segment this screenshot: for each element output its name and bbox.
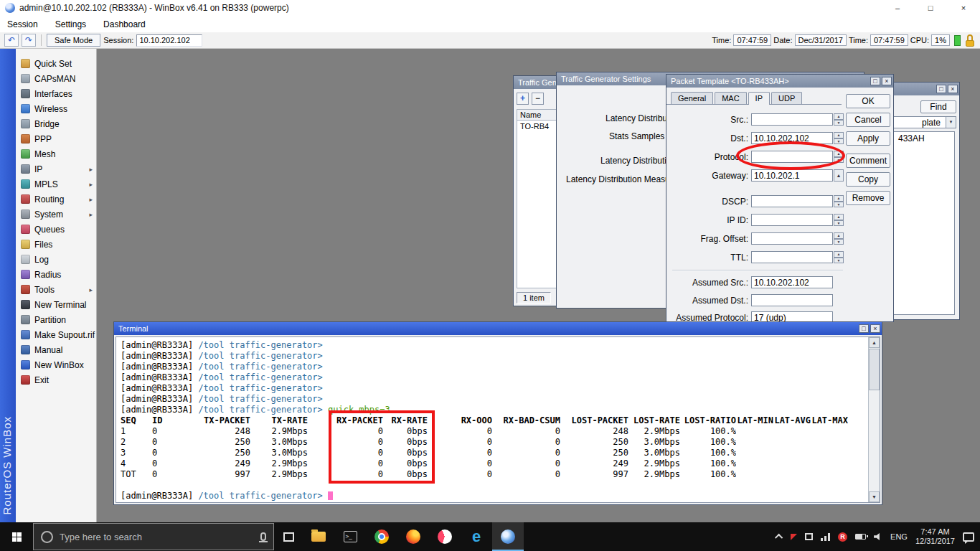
- sidebar-item-new-winbox[interactable]: New WinBox: [16, 357, 96, 372]
- ip-id-label: IP ID:: [668, 215, 748, 225]
- undo-icon[interactable]: ↶: [4, 34, 19, 47]
- copy-button[interactable]: Copy: [846, 172, 890, 187]
- menu-settings[interactable]: Settings: [55, 19, 86, 29]
- start-button[interactable]: [0, 522, 33, 551]
- dst-spinner[interactable]: ▲▼: [834, 132, 844, 144]
- tab-mac[interactable]: MAC: [715, 92, 746, 104]
- window-close-icon[interactable]: ×: [870, 324, 880, 333]
- ttl-spinner[interactable]: ▲▼: [834, 251, 844, 263]
- sidebar-item-wireless[interactable]: Wireless: [16, 101, 96, 116]
- sidebar-item-exit[interactable]: Exit: [16, 372, 96, 387]
- sidebar-item-files[interactable]: Files: [16, 237, 96, 252]
- ip-id-input[interactable]: [751, 214, 833, 226]
- edge-button[interactable]: e: [461, 522, 492, 551]
- sidebar-item-ip[interactable]: IP: [16, 161, 96, 176]
- window-maximize-icon[interactable]: □: [859, 324, 869, 333]
- tab-udp[interactable]: UDP: [771, 92, 802, 104]
- add-button[interactable]: +: [517, 93, 529, 105]
- sidebar-item-tools[interactable]: Tools: [16, 282, 96, 297]
- sidebar-item-new-terminal[interactable]: New Terminal: [16, 297, 96, 312]
- comment-button[interactable]: Comment: [846, 154, 890, 168]
- sidebar-item-quick-set[interactable]: Quick Set: [16, 56, 96, 71]
- window-maximize-icon[interactable]: □: [870, 77, 880, 85]
- os-titlebar[interactable]: admin@10.10.202.102 (RB333A) - WinBox v6…: [0, 0, 980, 16]
- find-button[interactable]: Find: [920, 100, 956, 113]
- sidebar-item-bridge[interactable]: Bridge: [16, 116, 96, 131]
- protocol-highlight-ellipse: [736, 141, 845, 170]
- safe-mode-button[interactable]: Safe Mode: [47, 34, 100, 47]
- speaker-icon[interactable]: [874, 532, 882, 541]
- language-indicator[interactable]: ENG: [890, 532, 908, 541]
- sidebar-item-log[interactable]: Log: [16, 252, 96, 267]
- sidebar-item-routing[interactable]: Routing: [16, 192, 96, 207]
- minimize-button[interactable]: –: [881, 0, 914, 16]
- window-close-icon[interactable]: ×: [948, 85, 958, 93]
- sidebar-item-radius[interactable]: Radius: [16, 267, 96, 282]
- src-spinner[interactable]: ▲▼: [834, 113, 844, 126]
- terminal-titlebar[interactable]: Terminal □ ×: [114, 322, 882, 335]
- task-view-button[interactable]: [274, 522, 303, 551]
- sidebar-item-partition[interactable]: Partition: [16, 312, 96, 327]
- tray-box-icon[interactable]: [805, 533, 813, 540]
- ip-id-spinner[interactable]: ▲▼: [834, 214, 844, 226]
- notification-flag-icon[interactable]: [791, 534, 797, 540]
- sidebar-item-manual[interactable]: Manual: [16, 342, 96, 357]
- redo-icon[interactable]: ↷: [22, 34, 36, 47]
- ok-button[interactable]: OK: [846, 94, 890, 108]
- src-input[interactable]: [751, 113, 833, 126]
- command-prompt-button[interactable]: >_: [334, 522, 366, 551]
- session-input[interactable]: [136, 34, 202, 47]
- sidebar-item-interfaces[interactable]: Interfaces: [16, 86, 96, 101]
- file-explorer-button[interactable]: [303, 522, 334, 551]
- taskbar-search[interactable]: Type here to search: [33, 523, 274, 550]
- assumed-protocol-input[interactable]: [751, 311, 833, 322]
- sidebar-item-mpls[interactable]: MPLS: [16, 176, 96, 192]
- sidebar-item-make-supout[interactable]: Make Supout.rif: [16, 327, 96, 342]
- antivirus-icon[interactable]: R: [838, 532, 847, 542]
- scroll-down-icon[interactable]: ▼: [869, 491, 880, 502]
- remove-button[interactable]: −: [532, 93, 544, 105]
- network-signal-icon[interactable]: [821, 533, 830, 541]
- action-center-icon[interactable]: [963, 532, 974, 542]
- winbox-taskbar-button[interactable]: [492, 522, 524, 551]
- gateway-input[interactable]: [751, 169, 833, 182]
- tab-general[interactable]: General: [671, 92, 713, 104]
- apply-button[interactable]: Apply: [846, 131, 890, 146]
- pink-swirl-app-button[interactable]: [429, 522, 461, 551]
- list-item[interactable]: 433AH: [898, 133, 925, 143]
- sidebar-item-capsman[interactable]: CAPsMAN: [16, 71, 96, 86]
- gateway-up-icon[interactable]: ▲: [834, 169, 844, 182]
- microphone-icon[interactable]: [260, 532, 266, 541]
- close-button[interactable]: ×: [947, 0, 980, 16]
- chevron-down-icon[interactable]: ▼: [946, 117, 956, 128]
- terminal-content[interactable]: [admin@RB333A] /tool traffic-generator> …: [116, 337, 867, 502]
- tab-ip[interactable]: IP: [748, 92, 770, 105]
- cancel-button[interactable]: Cancel: [846, 113, 890, 127]
- terminal-scrollbar[interactable]: ▲ ▼: [868, 337, 880, 502]
- sidebar-item-mesh[interactable]: Mesh: [16, 146, 96, 161]
- dscp-spinner[interactable]: ▲▼: [834, 195, 844, 207]
- frag-offset-spinner[interactable]: ▲▼: [834, 232, 844, 245]
- scrollbar-thumb[interactable]: [869, 349, 880, 390]
- sidebar-item-ppp[interactable]: PPP: [16, 131, 96, 146]
- firefox-button[interactable]: [397, 522, 429, 551]
- scroll-up-icon[interactable]: ▲: [869, 337, 880, 348]
- sidebar-item-system[interactable]: System: [16, 207, 96, 222]
- dscp-input[interactable]: [751, 195, 833, 207]
- chrome-button[interactable]: [366, 522, 397, 551]
- menu-dashboard[interactable]: Dashboard: [103, 19, 146, 29]
- maximize-button[interactable]: □: [914, 0, 947, 16]
- sidebar-item-queues[interactable]: Queues: [16, 222, 96, 237]
- window-close-icon[interactable]: ×: [882, 77, 892, 85]
- assumed-dst-input[interactable]: [751, 294, 833, 306]
- taskbar-clock[interactable]: 7:47 AM 12/31/2017: [915, 527, 955, 546]
- frag-offset-input[interactable]: [751, 232, 833, 245]
- battery-icon[interactable]: [855, 534, 866, 540]
- assumed-src-input[interactable]: [751, 276, 833, 288]
- show-hidden-icons-chevron[interactable]: [775, 534, 783, 542]
- remove-button[interactable]: Remove: [846, 191, 890, 205]
- packet-template-titlebar[interactable]: Packet Template <TO-RB433AH> □ ×: [666, 75, 893, 88]
- window-maximize-icon[interactable]: □: [936, 85, 946, 93]
- menu-session[interactable]: Session: [7, 19, 38, 29]
- ttl-input[interactable]: [751, 251, 833, 263]
